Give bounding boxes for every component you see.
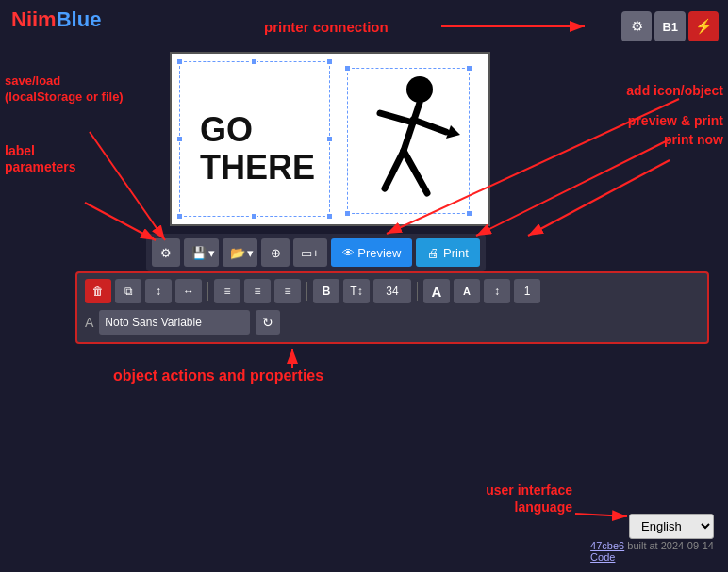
props-row-1: 🗑 ⧉ ↕ ↔ ≡ ≡ ≡ B T↕ A — [85, 279, 700, 303]
line-height-input[interactable] — [514, 279, 540, 303]
add-rect-icon: ▭+ — [301, 246, 320, 260]
annotation-label-params: labelparameters — [5, 143, 76, 175]
preview-eye-icon: 👁 — [342, 246, 358, 260]
handle-tl — [176, 58, 183, 65]
handle-bl — [176, 213, 183, 220]
text-selection-box — [179, 61, 330, 217]
add-circle-button[interactable]: ⊕ — [261, 238, 290, 267]
main-toolbar: ⚙ 💾 ▾ 📂 ▾ ⊕ ▭+ 👁 Preview 🖨 Print — [146, 234, 486, 271]
language-selector[interactable]: English Deutsch Español Français Polski — [629, 514, 714, 539]
object-properties-bar: 🗑 ⧉ ↕ ↔ ≡ ≡ ≡ B T↕ A — [75, 271, 709, 344]
save-arrow-icon: ▾ — [208, 246, 215, 260]
annotation-save-load: save/load(localStorage or file) — [5, 74, 124, 106]
font-letter-icon: A — [85, 315, 93, 330]
printer-settings-button[interactable]: ⚙ — [621, 11, 652, 41]
svg-line-5 — [385, 151, 404, 188]
handle-tm — [251, 58, 257, 65]
printer-connection: ⚙ B1 ⚡ — [621, 11, 719, 41]
lightning-icon: ⚡ — [695, 18, 713, 35]
refresh-icon: ↻ — [262, 315, 273, 330]
increase-font-button[interactable]: A — [423, 279, 450, 303]
font-selector-row: A Noto Sans Variable ↻ — [85, 310, 280, 335]
font-dropdown[interactable]: Noto Sans Variable — [99, 310, 250, 335]
print-label: Print — [443, 246, 469, 260]
handle-bm — [251, 213, 257, 220]
save-icon: 💾 — [191, 246, 207, 260]
add-rect-button[interactable]: ▭+ — [293, 238, 327, 267]
annotation-obj-actions: object actions and properties — [113, 368, 323, 384]
annotation-add-icon: add icon/object — [626, 83, 723, 98]
svg-line-6 — [404, 151, 427, 193]
divider-2 — [306, 282, 307, 301]
svg-line-3 — [413, 120, 446, 132]
align-left-button[interactable]: ≡ — [214, 279, 240, 303]
align-right-button[interactable]: ≡ — [274, 279, 301, 303]
divider-3 — [417, 282, 418, 301]
gear-icon: ⚙ — [631, 18, 643, 35]
svg-line-2 — [380, 113, 413, 123]
svg-point-0 — [406, 76, 433, 103]
decrease-font-icon: A — [463, 286, 471, 297]
delete-button[interactable]: 🗑 — [85, 279, 111, 303]
add-circle-icon: ⊕ — [271, 246, 281, 260]
open-icon: 📂 — [230, 246, 245, 260]
annotation-preview-print: preview & print — [628, 113, 723, 128]
align-left-icon: ≡ — [223, 285, 230, 298]
increase-font-icon: A — [432, 284, 442, 300]
printer-label-button[interactable]: B1 — [654, 11, 686, 41]
open-button[interactable]: 📂 ▾ — [223, 238, 257, 267]
duplicate-icon: ⧉ — [124, 285, 133, 298]
align-center-button[interactable]: ≡ — [244, 279, 271, 303]
header: NiimBlue — [0, 0, 728, 40]
annotation-print-now: print now — [664, 132, 723, 147]
person-handle-bl — [344, 210, 351, 217]
trash-icon: 🗑 — [92, 285, 104, 298]
person-handle-tr — [466, 65, 472, 72]
footer: 47cbe6 built at 2024-09-14 Code — [590, 540, 714, 563]
divider-1 — [207, 282, 208, 301]
preview-label: Preview — [357, 246, 401, 260]
build-text: built at 2024-09-14 — [624, 540, 714, 551]
person-handle-tl — [344, 65, 351, 72]
text-size-button[interactable]: T↕ — [343, 279, 370, 303]
code-link[interactable]: Code — [590, 551, 615, 563]
print-button[interactable]: 🖨 Print — [416, 238, 479, 267]
move-horizontal-button[interactable]: ↔ — [175, 279, 202, 303]
logo: NiimBlue — [11, 8, 101, 32]
font-refresh-button[interactable]: ↻ — [256, 310, 280, 335]
svg-line-12 — [476, 139, 670, 236]
duplicate-button[interactable]: ⧉ — [115, 279, 141, 303]
svg-line-15 — [575, 514, 627, 516]
svg-line-9 — [90, 132, 165, 240]
preview-button[interactable]: 👁 Preview — [331, 238, 413, 267]
logo-niim: Niim — [11, 8, 57, 31]
handle-ml — [176, 136, 183, 142]
font-size-input[interactable] — [373, 279, 411, 303]
person-icon — [352, 71, 465, 212]
person-handle-br — [466, 210, 472, 217]
move-v-icon: ↕ — [156, 285, 161, 298]
line-height-button[interactable]: ↕ — [484, 279, 510, 303]
bold-icon: B — [323, 285, 331, 298]
settings-button[interactable]: ⚙ — [152, 238, 180, 267]
printer-status-button[interactable]: ⚡ — [688, 11, 719, 41]
handle-tr — [326, 58, 333, 65]
text-size-icon: T↕ — [350, 285, 362, 298]
bold-button[interactable]: B — [313, 279, 339, 303]
props-row-2: A Noto Sans Variable ↻ — [85, 308, 700, 336]
move-h-icon: ↔ — [183, 285, 194, 298]
handle-mr — [326, 136, 333, 142]
save-button[interactable]: 💾 ▾ — [184, 238, 219, 267]
label-canvas[interactable]: GO THERE — [170, 52, 490, 226]
align-right-icon: ≡ — [284, 285, 290, 298]
annotation-ui-language: user interfacelanguage — [486, 482, 572, 515]
line-height-icon: ↕ — [494, 285, 500, 298]
printer-label: B1 — [662, 20, 678, 34]
logo-blue: Blue — [57, 8, 102, 31]
commit-link[interactable]: 47cbe6 — [590, 540, 624, 551]
print-icon: 🖨 — [427, 246, 443, 260]
decrease-font-button[interactable]: A — [454, 279, 480, 303]
move-vertical-button[interactable]: ↕ — [145, 279, 172, 303]
svg-line-13 — [528, 160, 670, 236]
open-arrow-icon: ▾ — [247, 246, 254, 260]
